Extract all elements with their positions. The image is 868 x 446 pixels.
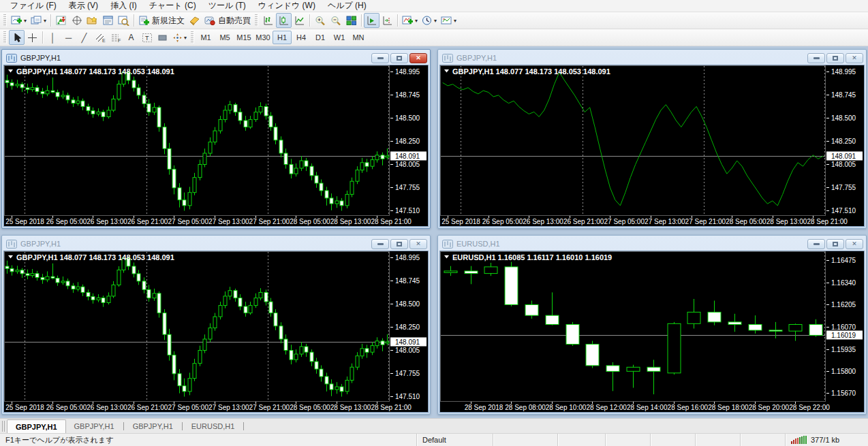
- bar-chart-button[interactable]: [260, 13, 276, 28]
- restore-button[interactable]: [826, 239, 844, 249]
- price-scale[interactable]: 1.164751.163401.162051.160701.159351.158…: [826, 257, 863, 397]
- close-button[interactable]: ✕: [846, 239, 863, 249]
- time-scale[interactable]: 25 Sep 201826 Sep 05:0026 Sep 13:0026 Se…: [441, 216, 848, 225]
- price-chart-canvas[interactable]: 148.995148.745148.500148.250148.005147.7…: [4, 251, 428, 412]
- close-button[interactable]: ✕: [409, 53, 427, 63]
- price-scale[interactable]: 148.995148.745148.500148.250148.005147.7…: [826, 68, 863, 214]
- templates-button[interactable]: ▾: [439, 13, 459, 28]
- chart-window-gbpjpy-3[interactable]: GBPJPY,H1 ✕ 148.995148.745148.500148.250…: [1, 235, 431, 415]
- timeframe-h4-button[interactable]: H4: [292, 31, 311, 44]
- terminal-button[interactable]: [100, 13, 116, 28]
- zoom-in-button[interactable]: [312, 13, 328, 28]
- line-chart-button[interactable]: [292, 13, 307, 28]
- autotrading-button[interactable]: 自動売買: [202, 13, 253, 28]
- menu-insert[interactable]: 挿入 (I): [104, 0, 143, 13]
- tab-gbpjpy-2[interactable]: GBPJPY,H1: [66, 419, 123, 433]
- timeframe-m1-button[interactable]: M1: [196, 31, 215, 44]
- price-chart-canvas[interactable]: 1.164751.163401.162051.160701.159351.158…: [440, 251, 864, 412]
- menu-file[interactable]: ファイル (F): [4, 0, 63, 13]
- restore-button[interactable]: [826, 53, 844, 63]
- shapes-button[interactable]: [155, 30, 170, 45]
- candlestick-chart-button[interactable]: [276, 13, 292, 28]
- horizontal-line-button[interactable]: ─: [61, 30, 76, 45]
- timeframe-w1-button[interactable]: W1: [330, 31, 349, 44]
- toolbar-grip[interactable]: [3, 31, 7, 44]
- toolbar-grip[interactable]: [3, 14, 7, 27]
- price-chart-canvas[interactable]: 148.995148.745148.500148.250148.005147.7…: [4, 65, 428, 226]
- data-window-button[interactable]: [69, 13, 84, 28]
- auto-scroll-button[interactable]: [364, 13, 379, 28]
- price-scale[interactable]: 148.995148.745148.500148.250148.005147.7…: [390, 68, 427, 214]
- new-order-button[interactable]: 新規注文: [136, 13, 187, 28]
- status-profile[interactable]: Default: [416, 434, 493, 446]
- chart-shift-button[interactable]: [379, 13, 395, 28]
- minimize-button[interactable]: [371, 239, 389, 249]
- minimize-button[interactable]: [807, 53, 825, 63]
- timeframe-h1-button[interactable]: H1: [273, 31, 292, 44]
- timeframe-m15-button[interactable]: M15: [234, 31, 253, 44]
- symbol-info-line[interactable]: GBPJPY,H1 148.077 148.173 148.053 148.09…: [444, 67, 610, 76]
- menu-tools[interactable]: ツール (T): [202, 0, 252, 13]
- close-button[interactable]: ✕: [846, 53, 863, 63]
- time-scale[interactable]: 25 Sep 201826 Sep 05:0026 Sep 13:0026 Se…: [5, 216, 412, 225]
- vertical-line-button[interactable]: │: [45, 30, 61, 45]
- market-watch-button[interactable]: [53, 13, 69, 28]
- equidistant-channel-button[interactable]: E: [92, 30, 108, 45]
- status-connection[interactable]: 377/1 kb: [785, 434, 868, 446]
- window-titlebar[interactable]: GBPJPY,H1 ✕: [3, 51, 429, 65]
- minimize-button[interactable]: [371, 53, 389, 63]
- symbol-info-line[interactable]: GBPJPY,H1 148.077 148.173 148.053 148.09…: [8, 67, 174, 76]
- menu-help[interactable]: ヘルプ (H): [322, 0, 373, 13]
- chart-area[interactable]: 1.164751.163401.162051.160701.159351.158…: [439, 251, 865, 413]
- tab-gbpjpy-1[interactable]: GBPJPY,H1: [7, 419, 66, 433]
- crosshair-button[interactable]: [25, 30, 40, 45]
- time-scale[interactable]: 25 Sep 201826 Sep 05:0026 Sep 13:0026 Se…: [5, 402, 412, 411]
- fibonacci-button[interactable]: F: [108, 30, 123, 45]
- close-button[interactable]: ✕: [409, 239, 427, 249]
- text-label-button[interactable]: T: [139, 30, 155, 45]
- profiles-button[interactable]: ▾: [29, 13, 48, 28]
- chart-window-gbpjpy-1[interactable]: GBPJPY,H1 ✕ 148.995148.745148.500148.250…: [1, 49, 431, 229]
- chart-area[interactable]: 148.995148.745148.500148.250148.005147.7…: [3, 251, 429, 413]
- price-tick-label: 148.250: [395, 323, 420, 331]
- minimize-button[interactable]: [807, 239, 825, 249]
- window-titlebar[interactable]: GBPJPY,H1 ✕: [439, 51, 865, 65]
- periods-button[interactable]: ▾: [420, 13, 439, 28]
- chart-area[interactable]: 148.995148.745148.500148.250148.005147.7…: [3, 65, 429, 227]
- timeframe-m5-button[interactable]: M5: [215, 31, 234, 44]
- menu-chart[interactable]: チャート (C): [143, 0, 202, 13]
- timeframe-d1-button[interactable]: D1: [311, 31, 330, 44]
- timeframe-m30-button[interactable]: M30: [253, 31, 273, 44]
- strategy-tester-button[interactable]: [116, 13, 131, 28]
- indicators-button[interactable]: ▾: [400, 13, 420, 28]
- text-button[interactable]: A: [123, 30, 139, 45]
- navigator-button[interactable]: [84, 13, 100, 28]
- tab-gbpjpy-3[interactable]: GBPJPY,H1: [125, 419, 181, 433]
- chart-window-gbpjpy-2[interactable]: GBPJPY,H1 ✕ 148.995148.745148.500148.250…: [437, 49, 867, 229]
- restore-button[interactable]: [390, 239, 408, 249]
- trendline-button[interactable]: ╱: [76, 30, 92, 45]
- toolbar-grip[interactable]: [191, 31, 194, 44]
- symbol-info-line[interactable]: GBPJPY,H1 148.077 148.173 148.053 148.09…: [8, 253, 174, 261]
- menu-view[interactable]: 表示 (V): [63, 0, 104, 13]
- tile-windows-button[interactable]: [343, 13, 359, 28]
- cursor-button[interactable]: [9, 30, 25, 45]
- window-titlebar[interactable]: EURUSD,H1 ✕: [439, 237, 865, 251]
- timeframe-mn-button[interactable]: MN: [349, 31, 368, 44]
- new-chart-button[interactable]: ▾: [9, 13, 29, 28]
- metaeditor-button[interactable]: [187, 13, 202, 28]
- arrows-button[interactable]: ▾: [170, 30, 189, 45]
- zoom-out-button[interactable]: [328, 13, 343, 28]
- candle-body: [20, 270, 24, 274]
- toolbar-grip[interactable]: [255, 14, 258, 27]
- chart-area[interactable]: 148.995148.745148.500148.250148.005147.7…: [439, 65, 865, 227]
- symbol-info-line[interactable]: EURUSD,H1 1.16085 1.16117 1.16010 1.1601…: [444, 253, 612, 261]
- time-scale[interactable]: 28 Sep 201828 Sep 08:0028 Sep 10:0028 Se…: [465, 402, 831, 411]
- price-chart-canvas[interactable]: 148.995148.745148.500148.250148.005147.7…: [440, 65, 864, 226]
- chart-window-eurusd[interactable]: EURUSD,H1 ✕ 1.164751.163401.162051.16070…: [437, 235, 867, 415]
- window-titlebar[interactable]: GBPJPY,H1 ✕: [3, 237, 429, 251]
- restore-button[interactable]: [390, 53, 408, 63]
- menu-window[interactable]: ウィンドウ (W): [252, 0, 322, 13]
- tab-eurusd[interactable]: EURUSD,H1: [183, 419, 243, 433]
- price-scale[interactable]: 148.995148.745148.500148.250148.005147.7…: [390, 254, 427, 400]
